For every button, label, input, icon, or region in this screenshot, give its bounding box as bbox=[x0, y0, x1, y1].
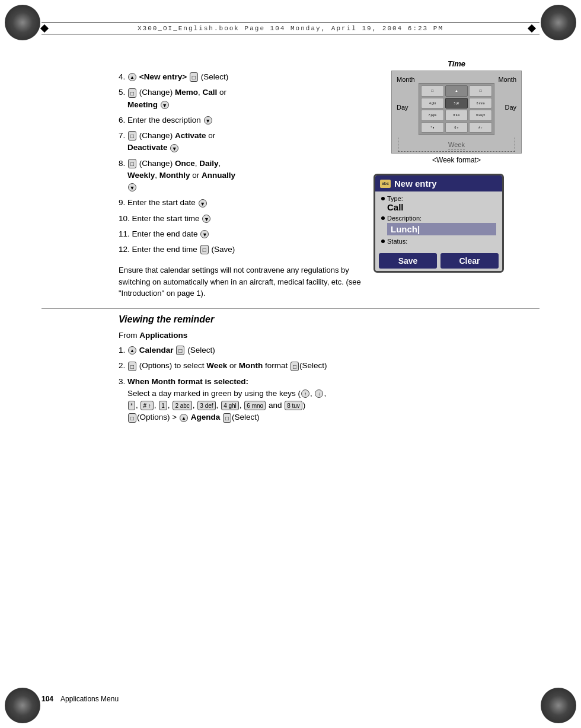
step7-change-icon: □ bbox=[128, 131, 136, 141]
step9-icon: ▼ bbox=[199, 199, 207, 207]
page-info-bar: X300_OI_English.book Page 104 Monday, Ap… bbox=[42, 23, 540, 34]
step12-save-icon: □ bbox=[200, 245, 209, 254]
step11-label: Enter the end date bbox=[132, 229, 198, 238]
time-label: Time bbox=[374, 59, 540, 68]
calendar-diagram: Month Month Day Day Week □ ▲ □ 4 bbox=[391, 71, 522, 154]
corner-tl bbox=[5, 5, 40, 40]
month-left-label: Month bbox=[397, 76, 415, 83]
step8-icon: ▼ bbox=[128, 183, 136, 191]
ne-footer: Save Clear bbox=[375, 251, 502, 271]
week-format-caption: <Week format> bbox=[374, 156, 540, 164]
ne-desc-label: Description: bbox=[381, 215, 496, 222]
new-entry-screen: abc New entry Type: Call Descri bbox=[374, 174, 504, 273]
save-button[interactable]: Save bbox=[379, 253, 437, 269]
key-6: 8 tuv bbox=[445, 110, 468, 121]
step4-num: 4. bbox=[119, 72, 125, 81]
viewing-step-3: 3. When Month format is selected: Select… bbox=[119, 376, 540, 424]
from-bold: Applications bbox=[139, 331, 187, 340]
ne-header: abc New entry bbox=[375, 175, 502, 191]
step8-options: Once bbox=[175, 159, 195, 168]
ensure-text: Ensure that calendar settings will not c… bbox=[119, 264, 368, 299]
step8-change-icon: □ bbox=[128, 159, 136, 168]
step-9: 9. Enter the start date ▼ bbox=[119, 197, 368, 209]
step7-activate: Activate bbox=[175, 131, 206, 140]
viewing-section: Viewing the reminder From Applications 1… bbox=[42, 314, 540, 427]
clear-button[interactable]: Clear bbox=[440, 253, 499, 269]
step10-label: Enter the start time bbox=[132, 214, 200, 223]
key-star: * ♦ bbox=[421, 122, 444, 133]
step6-num: 6. bbox=[119, 116, 125, 124]
corner-br bbox=[541, 688, 576, 723]
step-11: 11. Enter the end date ▼ bbox=[119, 228, 368, 240]
corner-bl bbox=[5, 688, 40, 723]
step-8: 8. □ (Change) Once, Daily, Weekly, Month… bbox=[119, 158, 368, 194]
step10-num: 10. bbox=[119, 214, 130, 223]
step-4: 4. ▲ <New entry> □ (Select) bbox=[119, 71, 368, 83]
calendar-diagram-container: Time Month Month Day Day Week □ ▲ bbox=[374, 59, 540, 164]
ne-header-icon: abc bbox=[380, 180, 391, 188]
page-info-text: X300_OI_English.book Page 104 Monday, Ap… bbox=[52, 25, 529, 32]
step9-num: 9. bbox=[119, 198, 125, 207]
section-divider bbox=[42, 308, 540, 309]
day-right-label: Day bbox=[505, 104, 516, 111]
viewing-content: Viewing the reminder From Applications 1… bbox=[119, 314, 540, 424]
v-step1-select-icon: □ bbox=[176, 346, 184, 355]
v-step2-select-icon: □ bbox=[290, 362, 299, 371]
corner-tr bbox=[541, 5, 576, 40]
v-step3-agenda-nav-icon: ▲ bbox=[180, 414, 188, 422]
v-step2-num: 2. bbox=[119, 361, 125, 370]
step12-num: 12. bbox=[119, 245, 130, 254]
v-step3-agenda: Agenda bbox=[191, 413, 221, 422]
day-left-label: Day bbox=[397, 104, 408, 111]
crosshair-diamond-right bbox=[528, 24, 536, 33]
v-step3-num: 3. bbox=[119, 377, 125, 386]
step-7: 7. □ (Change) Activate or Deactivate ▼ bbox=[119, 130, 368, 154]
step7-deactivate: Deactivate bbox=[127, 143, 168, 152]
step4-nav-icon: ▲ bbox=[128, 73, 136, 81]
v-step2-options-icon: □ bbox=[128, 362, 136, 371]
v-step3-options-icon: □ bbox=[128, 413, 136, 423]
step-5: 5. □ (Change) Memo, Call or Meeting ▼ bbox=[119, 87, 368, 111]
v-step3-select-icon: □ bbox=[223, 413, 231, 423]
step8-num: 8. bbox=[119, 159, 125, 168]
v-step2-month: Month bbox=[239, 361, 263, 370]
ne-desc-bullet bbox=[381, 216, 385, 220]
key-up: ▲ bbox=[445, 85, 468, 97]
key-1: □ bbox=[421, 85, 444, 97]
key-hash: # ↑ bbox=[469, 122, 492, 133]
ne-desc-field: Description: Lunch| bbox=[381, 215, 496, 235]
page-section-label: Applications Menu bbox=[60, 695, 119, 703]
v-step1-calendar: Calendar bbox=[139, 346, 174, 355]
step5-options: Memo bbox=[175, 88, 198, 97]
key-2: □ bbox=[469, 85, 492, 97]
ne-status-label: Status: bbox=[381, 238, 496, 245]
v-step3-bold: When Month format is selected: bbox=[127, 377, 248, 386]
step-6: 6. Enter the description ▼ bbox=[119, 114, 368, 126]
step5-down-icon: ▼ bbox=[161, 101, 169, 109]
step-12: 12. Enter the end time □ (Save) bbox=[119, 244, 368, 256]
step4-select-icon: □ bbox=[190, 72, 198, 82]
page-number-area: 104 Applications Menu bbox=[42, 695, 119, 703]
ne-body: Type: Call Description: Lunch| S bbox=[375, 191, 502, 251]
ne-title: New entry bbox=[394, 178, 437, 189]
main-content: Time Month Month Day Day Week □ ▲ bbox=[42, 41, 540, 687]
ne-status-field: Status: bbox=[381, 238, 496, 245]
key-7: 9 wxyz bbox=[469, 110, 492, 121]
week-dashed-border bbox=[398, 138, 515, 152]
step-10: 10. Enter the start time ▼ bbox=[119, 213, 368, 225]
step6-icon: ▼ bbox=[204, 116, 212, 124]
ne-status-bullet bbox=[381, 240, 385, 243]
ne-type-label: Type: bbox=[381, 195, 496, 202]
phone-keypad-inner: □ ▲ □ 4 ghi 5 jkl 6 mno 7 pqrs 8 tuv 9 w… bbox=[419, 83, 494, 135]
step9-label: Enter the start date bbox=[127, 198, 196, 207]
v-step1-nav-icon: ▲ bbox=[128, 346, 136, 355]
ne-type-value: Call bbox=[381, 202, 496, 212]
viewing-step-2: 2. □ (Options) to select Week or Month f… bbox=[119, 360, 540, 372]
step5-num: 5. bbox=[119, 88, 125, 97]
key-center: 5 jkl bbox=[445, 98, 468, 109]
key-4: 6 mno bbox=[469, 98, 492, 109]
key-5: 7 pqrs bbox=[421, 110, 444, 121]
month-right-label: Month bbox=[498, 76, 516, 83]
step5-change-icon: □ bbox=[128, 88, 136, 98]
ne-type-field: Type: Call bbox=[381, 195, 496, 212]
